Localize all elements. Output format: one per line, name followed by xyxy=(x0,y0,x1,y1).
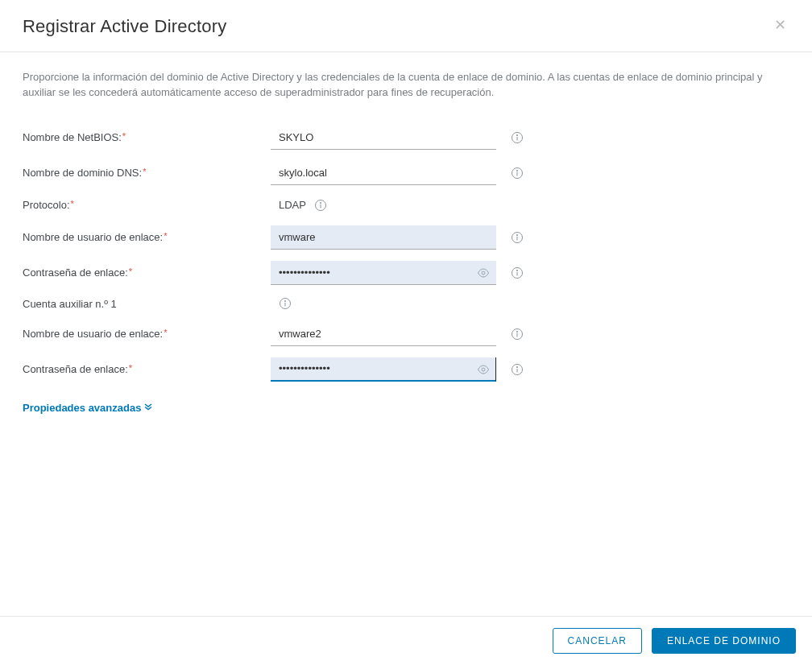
reveal-password-icon[interactable] xyxy=(477,266,490,279)
reveal-password-icon[interactable] xyxy=(477,363,490,376)
svg-point-22 xyxy=(482,368,485,371)
aux-account-heading: Cuenta auxiliar n.º 1 xyxy=(23,298,271,310)
info-icon[interactable] xyxy=(314,199,327,212)
row-aux-heading: Cuenta auxiliar n.º 1 xyxy=(23,291,789,316)
row-bind-user: Nombre de usuario de enlace:* xyxy=(23,220,789,255)
svg-point-20 xyxy=(516,331,517,332)
dialog-header: Registrar Active Directory ✕ xyxy=(0,0,812,52)
row-dns: Nombre de dominio DNS:* xyxy=(23,155,789,191)
advanced-properties-toggle[interactable]: Propiedades avanzadas xyxy=(23,402,152,414)
required-indicator: * xyxy=(164,328,167,337)
dialog-description: Proporcione la información del dominio d… xyxy=(23,70,789,101)
info-icon[interactable] xyxy=(279,297,292,310)
bind-user-input[interactable] xyxy=(271,225,496,250)
svg-point-10 xyxy=(516,234,517,235)
row-bind-pass2: Contraseña de enlace:* xyxy=(23,352,789,387)
bind-password2-input[interactable] xyxy=(271,357,496,382)
label-bind-user: Nombre de usuario de enlace:* xyxy=(23,231,271,243)
row-protocol: Protocolo:* LDAP xyxy=(23,191,789,220)
info-icon[interactable] xyxy=(511,167,524,180)
svg-point-12 xyxy=(482,271,485,275)
svg-point-4 xyxy=(516,170,517,171)
bind-password-input[interactable] xyxy=(271,261,496,285)
required-indicator: * xyxy=(129,266,132,276)
info-icon[interactable] xyxy=(511,363,524,376)
close-icon[interactable]: ✕ xyxy=(771,16,789,34)
dns-input[interactable] xyxy=(271,161,496,185)
row-bind-user2: Nombre de usuario de enlace:* xyxy=(23,316,789,352)
dialog-title: Registrar Active Directory xyxy=(23,16,226,37)
dialog-body: Proporcione la información del dominio d… xyxy=(0,52,812,423)
label-dns: Nombre de dominio DNS:* xyxy=(23,167,271,179)
info-icon[interactable] xyxy=(511,131,524,144)
label-bind-pass2: Contraseña de enlace:* xyxy=(23,363,271,375)
submit-button[interactable]: ENLACE DE DOMINIO xyxy=(652,628,796,654)
svg-point-17 xyxy=(284,300,285,301)
required-indicator: * xyxy=(122,131,126,141)
svg-point-1 xyxy=(516,134,517,135)
label-netbios: Nombre de NetBIOS:* xyxy=(23,131,271,143)
label-bind-user2: Nombre de usuario de enlace:* xyxy=(23,328,271,340)
required-indicator: * xyxy=(164,231,167,241)
dialog-footer: CANCELAR ENLACE DE DOMINIO xyxy=(0,616,812,665)
info-icon[interactable] xyxy=(511,328,524,341)
netbios-input[interactable] xyxy=(271,126,496,150)
required-indicator: * xyxy=(143,167,146,176)
row-bind-pass: Contraseña de enlace:* xyxy=(23,255,789,291)
required-indicator: * xyxy=(71,199,74,209)
svg-point-7 xyxy=(320,202,321,203)
chevron-down-icon xyxy=(144,403,152,412)
protocol-value: LDAP xyxy=(271,194,496,217)
row-netbios: Nombre de NetBIOS:* xyxy=(23,120,789,155)
svg-point-14 xyxy=(516,270,517,271)
label-bind-pass: Contraseña de enlace:* xyxy=(23,266,271,279)
info-icon[interactable] xyxy=(511,266,524,279)
info-icon[interactable] xyxy=(511,231,524,244)
bind-user2-input[interactable] xyxy=(271,322,496,346)
required-indicator: * xyxy=(129,363,132,373)
svg-point-24 xyxy=(516,366,517,367)
label-protocol: Protocolo:* xyxy=(23,199,271,211)
cancel-button[interactable]: CANCELAR xyxy=(553,628,642,654)
